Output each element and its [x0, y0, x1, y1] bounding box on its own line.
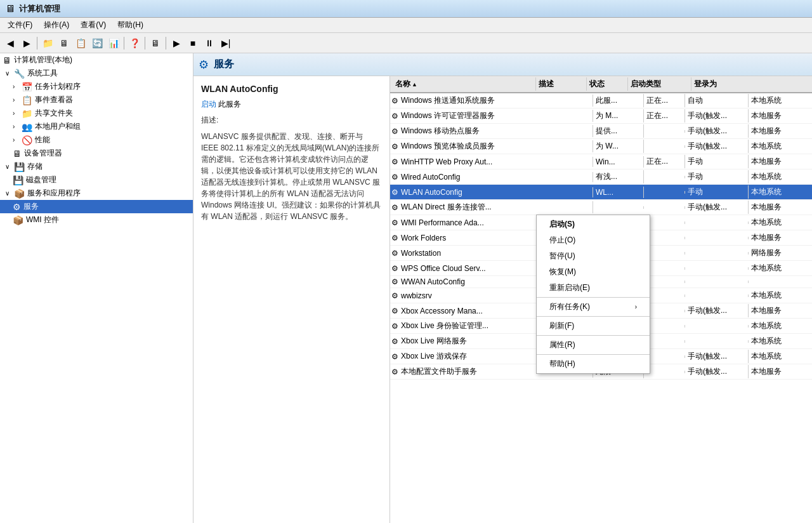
tree-task-scheduler[interactable]: › 📅 任务计划程序 [0, 80, 193, 93]
row-name: Windows 预览体验成员服务 [400, 140, 593, 152]
toolbar-sep1 [37, 37, 37, 50]
table-row-wlan[interactable]: ⚙ WLAN AutoConfig WL... 手动 本地系统 [390, 185, 812, 200]
svc-row-icon: ⚙ [391, 291, 398, 300]
menu-help[interactable]: 帮助(H) [112, 18, 148, 32]
tree-system-tools[interactable]: ∨ 🔧 系统工具 [0, 67, 193, 80]
toolbar-monitor[interactable]: 🖥 [148, 36, 163, 51]
row-startup: 手动(触发... [685, 350, 749, 363]
row-status [644, 206, 685, 209]
left-panel: 🖥 计算机管理(本地) ∨ 🔧 系统工具 › 📅 任务计划程序 › 📋 事件查看… [0, 53, 193, 523]
svc-row-icon: ⚙ [391, 352, 398, 361]
row-login: 本地系统 [749, 170, 812, 183]
expand-icon-users: › [13, 123, 20, 130]
tree-wmi[interactable]: 📦 WMI 控件 [0, 213, 193, 227]
tree-services-apps[interactable]: ∨ 📦 服务和应用程序 [0, 187, 193, 200]
expand-icon-shared: › [13, 110, 20, 117]
tree-event-viewer[interactable]: › 📋 事件查看器 [0, 93, 193, 107]
svc-row-icon: ⚙ [391, 337, 398, 346]
menu-action[interactable]: 操作(A) [39, 18, 74, 32]
right-panel: ⚙ 服务 WLAN AutoConfig 启动 此服务 描述: WLANSVC … [193, 53, 812, 523]
row-startup: 手动 [685, 170, 749, 183]
toolbar-folder[interactable]: 📁 [40, 36, 55, 51]
ctx-help[interactable]: 帮助(H) [537, 356, 650, 372]
table-row[interactable]: ⚙ Windows 预览体验成员服务 为 W... 手动(触发... 本地系统 [390, 139, 812, 154]
row-desc: Win... [593, 156, 644, 168]
sort-arrow-icon: ▲ [412, 81, 417, 88]
tree-task-label: 任务计划程序 [35, 81, 81, 92]
ctx-restart[interactable]: 重新启动(E) [537, 280, 650, 296]
toolbar-forward[interactable]: ▶ [19, 36, 34, 51]
tree-services[interactable]: ⚙ 服务 [0, 200, 193, 213]
tree-wmi-label: WMI 控件 [26, 215, 59, 225]
expand-icon-event: › [13, 96, 20, 103]
tree-storage[interactable]: ∨ 💾 存储 [0, 160, 193, 173]
ctx-properties[interactable]: 属性(R) [537, 337, 650, 353]
description-panel: WLAN AutoConfig 启动 此服务 描述: WLANSVC 服务提供配… [193, 76, 390, 523]
ctx-stop[interactable]: 停止(O) [537, 232, 650, 248]
users-icon: 👥 [22, 122, 32, 132]
row-startup: 手动 [685, 155, 749, 168]
toolbar-pause[interactable]: ⏸ [202, 36, 217, 51]
col-header-status[interactable]: 状态 [587, 77, 628, 91]
row-startup [685, 325, 749, 328]
ctx-sep1 [537, 297, 650, 298]
row-login: 本地服务 [749, 365, 812, 378]
toolbar-computer[interactable]: 🖥 [56, 36, 72, 51]
tree-perf-label: 性能 [35, 135, 50, 145]
table-row[interactable]: ⚙ Windows 移动热点服务 提供... 手动(触发... 本地服务 [390, 124, 812, 139]
ctx-start-label: 启动(S) [549, 219, 575, 230]
start-service-link[interactable]: 启动 [201, 100, 216, 109]
table-row[interactable]: ⚙ WinHTTP Web Proxy Aut... Win... 正在... … [390, 154, 812, 169]
start-link-suffix: 此服务 [218, 100, 241, 109]
start-link-container: 启动 此服务 [201, 99, 382, 110]
svc-row-icon: ⚙ [391, 142, 398, 151]
row-startup [685, 222, 749, 224]
tree-device-manager[interactable]: 🖥 设备管理器 [0, 147, 193, 160]
disk-icon: 💾 [13, 175, 23, 185]
ctx-resume-label: 恢复(M) [549, 267, 576, 277]
tree-disk-mgmt[interactable]: 💾 磁盘管理 [0, 173, 193, 187]
tree-shared-folders[interactable]: › 📁 共享文件夹 [0, 107, 193, 120]
app-icon: 🖥 [5, 3, 15, 15]
tree-local-users[interactable]: › 👥 本地用户和组 [0, 120, 193, 133]
toolbar-help[interactable]: ❓ [127, 36, 142, 51]
toolbar-back[interactable]: ◀ [3, 36, 18, 51]
row-login: 本地服务 [749, 231, 812, 244]
col-header-startup[interactable]: 启动类型 [628, 77, 691, 91]
toolbar-refresh[interactable]: 🔄 [89, 36, 105, 51]
toolbar-stop[interactable]: ■ [185, 36, 200, 51]
ctx-start[interactable]: 启动(S) [537, 216, 650, 232]
tree-performance[interactable]: › 🚫 性能 [0, 133, 193, 147]
ctx-pause[interactable]: 暂停(U) [537, 248, 650, 264]
ctx-resume[interactable]: 恢复(M) [537, 264, 650, 280]
table-header: 名称 ▲ 描述 状态 启动类型 登录为 [390, 76, 812, 93]
col-header-login[interactable]: 登录为 [691, 77, 755, 91]
row-status [644, 130, 685, 133]
ctx-sep2 [537, 316, 650, 317]
services-icon: ⚙ [199, 58, 209, 72]
table-row[interactable]: ⚙ WLAN Direct 服务连接管... 手动(触发... 本地服务 [390, 200, 812, 215]
table-row[interactable]: ⚙ Wired AutoConfig 有浅... 手动 本地系统 [390, 169, 812, 185]
row-desc: 此服... [593, 94, 644, 107]
menu-file[interactable]: 文件(F) [3, 18, 37, 32]
ctx-all-tasks[interactable]: 所有任务(K) › [537, 299, 650, 315]
row-login: 本地服务 [749, 304, 812, 317]
toolbar-step[interactable]: ▶| [218, 36, 233, 51]
table-row[interactable]: ⚙ Windows 许可证管理器服务 为 M... 正在... 手动(触发...… [390, 109, 812, 124]
row-login: 本地系统 [749, 334, 812, 348]
toolbar-clipboard[interactable]: 📋 [73, 36, 88, 51]
toolbar-play[interactable]: ▶ [169, 36, 184, 51]
table-row[interactable]: ⚙ Windows 推送通知系统服务 此服... 正在... 自动 本地系统 [390, 93, 812, 109]
calendar-icon: 📅 [22, 82, 32, 92]
col-header-name[interactable]: 名称 ▲ [390, 77, 536, 91]
menu-view[interactable]: 查看(V) [75, 18, 111, 32]
tree-storage-label: 存储 [27, 161, 43, 172]
ctx-refresh[interactable]: 刷新(F) [537, 318, 650, 334]
row-startup: 手动(触发... [685, 304, 749, 317]
storage-icon: 💾 [14, 162, 25, 172]
col-header-desc[interactable]: 描述 [536, 77, 587, 91]
toolbar-chart[interactable]: 📊 [106, 36, 121, 51]
row-status: 正在... [644, 155, 685, 168]
row-login: 本地服务 [749, 124, 812, 138]
tree-root[interactable]: 🖥 计算机管理(本地) [0, 53, 193, 67]
